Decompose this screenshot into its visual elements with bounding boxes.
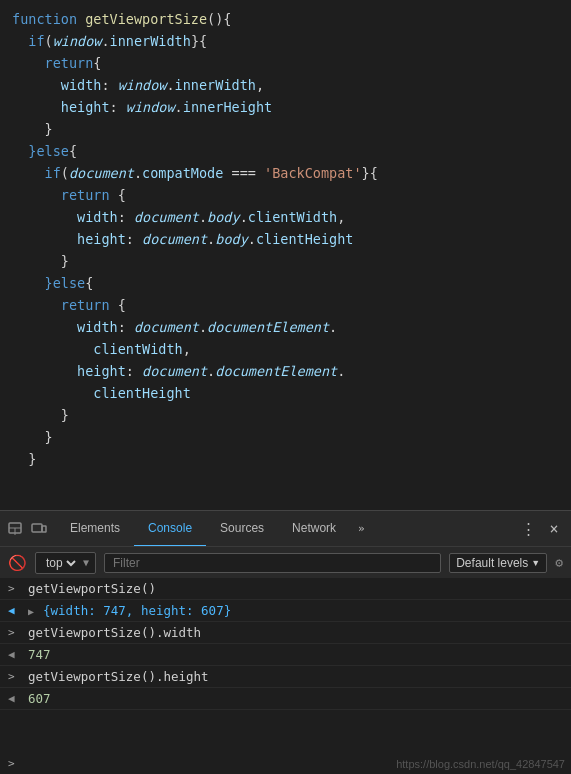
svg-rect-4 — [42, 526, 46, 532]
console-line-text: getViewportSize().width — [28, 625, 563, 640]
console-line[interactable]: >getViewportSize().height — [0, 666, 571, 688]
console-line-arrow: ◀ — [8, 647, 22, 661]
svg-rect-3 — [32, 524, 42, 532]
console-line-arrow: ◀ — [8, 691, 22, 705]
context-dropdown-arrow: ▼ — [83, 557, 89, 568]
toolbar-icon-group — [6, 520, 48, 538]
tab-sources[interactable]: Sources — [206, 511, 278, 547]
code-line: width: document.body.clientWidth, — [12, 206, 559, 228]
context-select-wrapper[interactable]: top ▼ — [35, 552, 96, 574]
levels-label: Default levels — [456, 556, 528, 570]
code-line: }else{ — [12, 140, 559, 162]
console-line-text: getViewportSize() — [28, 581, 563, 596]
settings-icon[interactable]: ⚙ — [555, 555, 563, 570]
menu-button[interactable]: ⋮ — [517, 518, 539, 540]
console-line[interactable]: ◀▶ {width: 747, height: 607} — [0, 600, 571, 622]
console-line[interactable]: >getViewportSize() — [0, 578, 571, 600]
expand-arrow[interactable]: ▶ — [28, 606, 40, 617]
console-line-arrow: ◀ — [8, 603, 22, 617]
clear-console-icon[interactable]: 🚫 — [8, 554, 27, 572]
tab-more[interactable]: » — [350, 511, 373, 547]
code-line: } — [12, 448, 559, 470]
code-line: function getViewportSize(){ — [12, 8, 559, 30]
console-line-text: 607 — [28, 691, 563, 706]
code-line: if(window.innerWidth}{ — [12, 30, 559, 52]
close-button[interactable]: × — [543, 518, 565, 540]
console-line-text: getViewportSize().height — [28, 669, 563, 684]
prompt-arrow: > — [8, 756, 22, 770]
code-line: return{ — [12, 52, 559, 74]
console-line[interactable]: ◀747 — [0, 644, 571, 666]
code-line: }else{ — [12, 272, 559, 294]
responsive-icon[interactable] — [30, 520, 48, 538]
console-line[interactable]: ◀607 — [0, 688, 571, 710]
toolbar-right: ⋮ × — [517, 518, 565, 540]
console-line-arrow: > — [8, 581, 22, 595]
code-line: height: window.innerHeight — [12, 96, 559, 118]
code-line: width: document.documentElement. — [12, 316, 559, 338]
tab-network[interactable]: Network — [278, 511, 350, 547]
code-line: if(document.compatMode === 'BackCompat'}… — [12, 162, 559, 184]
console-output: >getViewportSize()◀▶ {width: 747, height… — [0, 578, 571, 752]
code-line: return { — [12, 184, 559, 206]
code-line: } — [12, 404, 559, 426]
devtools-toolbar: Elements Console Sources Network » ⋮ × — [0, 510, 571, 546]
console-filter-bar: 🚫 top ▼ Default levels ▼ ⚙ — [0, 546, 571, 578]
code-line: } — [12, 118, 559, 140]
code-line: return { — [12, 294, 559, 316]
console-line-arrow: > — [8, 669, 22, 683]
console-line-text: 747 — [28, 647, 563, 662]
context-select[interactable]: top — [42, 555, 79, 571]
levels-button[interactable]: Default levels ▼ — [449, 553, 547, 573]
levels-arrow: ▼ — [531, 558, 540, 568]
code-line: clientHeight — [12, 382, 559, 404]
tab-console[interactable]: Console — [134, 511, 206, 547]
inspect-icon[interactable] — [6, 520, 24, 538]
code-line: clientWidth, — [12, 338, 559, 360]
console-line-text: ▶ {width: 747, height: 607} — [28, 603, 563, 618]
console-line[interactable]: >getViewportSize().width — [0, 622, 571, 644]
tab-list: Elements Console Sources Network » — [56, 511, 517, 547]
filter-input[interactable] — [104, 553, 441, 573]
code-line: height: document.body.clientHeight — [12, 228, 559, 250]
code-line: } — [12, 250, 559, 272]
watermark: https://blog.csdn.net/qq_42847547 — [396, 758, 565, 770]
tab-elements[interactable]: Elements — [56, 511, 134, 547]
code-editor: function getViewportSize(){ if(window.in… — [0, 0, 571, 510]
code-line: height: document.documentElement. — [12, 360, 559, 382]
code-line: } — [12, 426, 559, 448]
code-line: width: window.innerWidth, — [12, 74, 559, 96]
console-line-arrow: > — [8, 625, 22, 639]
devtools-panel: Elements Console Sources Network » ⋮ × 🚫… — [0, 510, 571, 774]
